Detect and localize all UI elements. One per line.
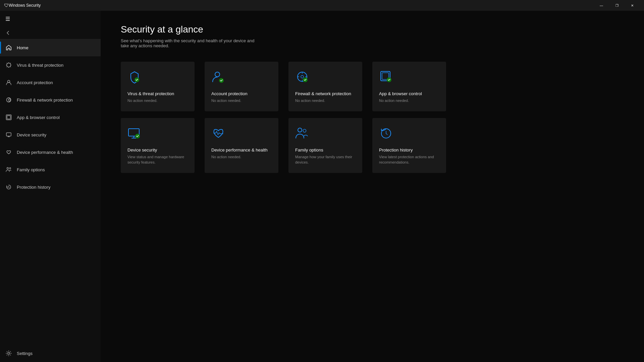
sidebar: ☰ Home Virus & threat protectio [0, 11, 101, 362]
app-browser-icon [5, 114, 12, 121]
card-account[interactable]: Account protection No action needed. [205, 62, 278, 111]
card-device-health-title: Device performance & health [211, 147, 272, 153]
sidebar-item-device-health[interactable]: Device performance & health [0, 143, 101, 161]
app-container: ☰ Home Virus & threat protectio [0, 11, 644, 362]
titlebar-title: Windows Security [9, 3, 594, 8]
sidebar-item-home-label: Home [17, 45, 29, 50]
card-device-security-title: Device security [127, 147, 188, 153]
back-arrow-icon [5, 30, 11, 36]
card-app-browser-icon [379, 70, 395, 86]
svg-point-3 [8, 100, 9, 101]
card-app-browser-desc: No action needed. [379, 98, 439, 103]
maximize-button[interactable]: ❐ [609, 0, 625, 11]
card-app-browser[interactable]: App & browser control No action needed. [372, 62, 446, 111]
family-icon [5, 166, 12, 173]
svg-point-12 [9, 168, 11, 169]
sidebar-item-virus-label: Virus & threat protection [17, 63, 63, 68]
card-virus-desc: No action needed. [127, 98, 188, 103]
sidebar-item-device-health-label: Device performance & health [17, 150, 73, 155]
firewall-icon [5, 97, 12, 103]
sidebar-item-family-label: Family options [17, 167, 45, 172]
sidebar-item-app-label: App & browser control [17, 115, 60, 120]
settings-label: Settings [17, 351, 33, 356]
svg-point-36 [298, 128, 302, 132]
close-button[interactable]: ✕ [625, 0, 640, 11]
sidebar-item-family[interactable]: Family options [0, 161, 101, 178]
card-firewall-icon [295, 70, 311, 86]
sidebar-item-firewall[interactable]: Firewall & network protection [0, 91, 101, 109]
svg-point-16 [215, 72, 220, 77]
card-device-health[interactable]: Device performance & health No action ne… [205, 118, 278, 173]
hamburger-icon[interactable]: ☰ [5, 16, 10, 22]
card-family[interactable]: Family options Manage how your family us… [288, 118, 362, 173]
svg-point-37 [303, 129, 306, 132]
card-account-icon [211, 70, 227, 86]
card-firewall[interactable]: Firewall & network protection No action … [288, 62, 362, 111]
card-device-security-icon [127, 126, 144, 142]
virus-icon [5, 62, 12, 68]
sidebar-item-device-security[interactable]: Device security [0, 126, 101, 143]
svg-rect-7 [7, 116, 10, 119]
sidebar-bottom: Settings [0, 345, 101, 362]
settings-icon [5, 350, 12, 357]
card-device-security-desc: View status and manage hardware security… [127, 155, 188, 165]
card-device-health-desc: No action needed. [211, 155, 272, 160]
card-firewall-desc: No action needed. [295, 98, 356, 103]
device-security-icon [5, 131, 12, 138]
card-history[interactable]: Protection history View latest protectio… [372, 118, 446, 173]
sidebar-item-firewall-label: Firewall & network protection [17, 98, 73, 103]
card-device-security[interactable]: Device security View status and manage h… [121, 118, 195, 173]
sidebar-item-settings[interactable]: Settings [0, 345, 101, 362]
device-health-icon [5, 149, 12, 156]
svg-point-20 [301, 75, 304, 78]
sidebar-item-app-browser[interactable]: App & browser control [0, 109, 101, 126]
card-account-title: Account protection [211, 91, 272, 96]
titlebar: 🛡 Windows Security — ❐ ✕ [0, 0, 644, 11]
card-family-icon [295, 126, 311, 142]
card-device-health-icon [211, 126, 227, 142]
back-button[interactable] [0, 27, 101, 39]
card-family-title: Family options [295, 147, 356, 153]
sidebar-item-virus[interactable]: Virus & threat protection [0, 56, 101, 74]
card-account-desc: No action needed. [211, 98, 272, 103]
page-subtitle: See what's happening with the security a… [121, 38, 255, 48]
card-virus-icon [127, 70, 144, 86]
sidebar-item-history[interactable]: Protection history [0, 178, 101, 196]
card-virus-title: Virus & threat protection [127, 91, 188, 96]
card-history-title: Protection history [379, 147, 439, 153]
sidebar-item-history-label: Protection history [17, 185, 50, 190]
card-virus[interactable]: Virus & threat protection No action need… [121, 62, 195, 111]
home-icon [5, 44, 12, 51]
account-icon [5, 79, 12, 86]
card-history-desc: View latest protection actions and recom… [379, 155, 439, 165]
main-content: Security at a glance See what's happenin… [101, 11, 644, 362]
page-title: Security at a glance [121, 24, 624, 35]
svg-point-13 [8, 352, 10, 354]
history-icon [5, 184, 12, 190]
card-firewall-title: Firewall & network protection [295, 91, 356, 96]
sidebar-item-device-security-label: Device security [17, 132, 46, 137]
svg-rect-8 [6, 133, 11, 136]
window-controls: — ❐ ✕ [594, 0, 640, 11]
sidebar-top: ☰ [0, 11, 101, 27]
svg-point-11 [7, 168, 9, 169]
card-app-browser-title: App & browser control [379, 91, 439, 96]
card-family-desc: Manage how your family uses their device… [295, 155, 356, 165]
app-icon: 🛡 [4, 3, 9, 8]
svg-point-0 [7, 63, 11, 67]
sidebar-item-account-label: Account protection [17, 80, 53, 85]
minimize-button[interactable]: — [594, 0, 609, 11]
sidebar-item-account[interactable]: Account protection [0, 74, 101, 91]
sidebar-item-home[interactable]: Home [0, 39, 101, 56]
cards-grid: Virus & threat protection No action need… [121, 62, 624, 173]
card-history-icon [379, 126, 395, 142]
